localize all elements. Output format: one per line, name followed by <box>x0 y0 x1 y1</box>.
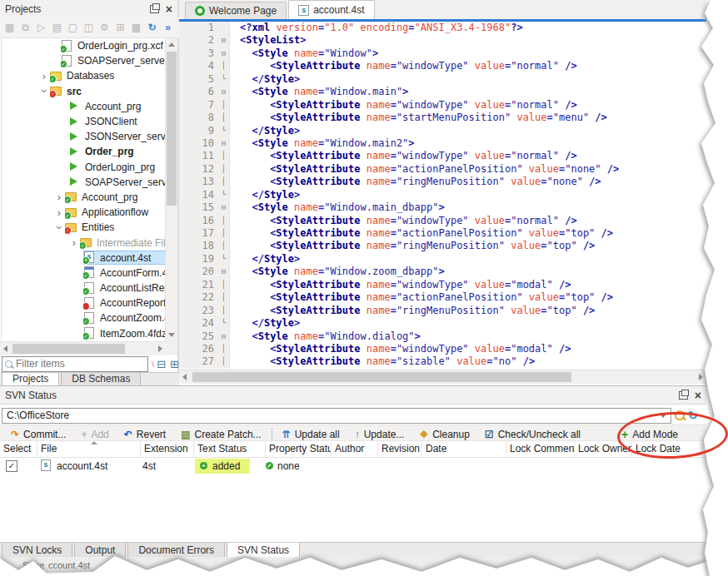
tree-item-jsonclient[interactable]: JSONClient <box>2 114 166 129</box>
column-header-text-status[interactable]: Text Status <box>194 441 266 457</box>
fold-marker-icon[interactable]: ⊟ <box>218 137 230 150</box>
scroll-down-icon[interactable] <box>168 333 175 337</box>
scroll-thumb[interactable] <box>192 372 571 382</box>
revert-icon: ↶ <box>124 430 132 439</box>
tree-item-orderlogin-prg-xcf[interactable]: OrderLogin_prg.xcf <box>2 38 166 53</box>
scroll-right-icon[interactable] <box>699 374 703 380</box>
package-icon[interactable]: ▩ <box>129 22 143 33</box>
code-editor[interactable]: 1<?xml version="1.0" encoding="ANSI_X3.4… <box>179 22 706 370</box>
fold-marker-icon[interactable]: ⊟ <box>218 86 230 98</box>
fold-marker-icon[interactable]: ⊟ <box>218 47 230 60</box>
scroll-right-icon[interactable] <box>158 345 162 352</box>
path-combobox[interactable]: C:\OfficeStore <box>2 408 671 424</box>
column-header-revision[interactable]: Revision <box>378 441 422 457</box>
tree-item-intermediate-files[interactable]: ›Intermediate Files <box>2 235 166 250</box>
tree-item-soapserver-server-xcf[interactable]: SOAPServer_server.xcf <box>2 53 166 68</box>
editor-tab-account-4st[interactable]: account.4st <box>288 0 374 19</box>
tree-item-applicationflow[interactable]: ›Applicationflow <box>2 205 166 220</box>
close-icon[interactable]: × <box>695 390 701 400</box>
filter-box[interactable] <box>2 356 148 372</box>
fold-guide: │ <box>218 163 230 176</box>
editor-horizontal-scrollbar[interactable] <box>179 370 706 384</box>
code-line: 12│ <StyleAttribute name="actionPanelPos… <box>179 163 706 176</box>
folder-icon[interactable]: ▢ <box>66 22 80 33</box>
fold-marker-icon[interactable]: ⊟ <box>218 34 230 47</box>
tree-item-entities[interactable]: ›Entities <box>2 220 166 235</box>
sync-icon[interactable]: ↻ <box>145 22 159 33</box>
new-file-icon[interactable]: ⊞ <box>113 22 127 33</box>
column-header-property-status[interactable]: Property Status <box>266 441 332 457</box>
scroll-thumb[interactable] <box>12 344 125 354</box>
create-patch-icon: ▨ <box>181 430 190 439</box>
fold-marker-icon[interactable]: ⊟ <box>218 330 230 343</box>
filter-input[interactable] <box>16 358 145 370</box>
tree-item-account-prg[interactable]: ›Account_prg <box>2 190 166 205</box>
close-icon[interactable]: × <box>166 4 172 14</box>
float-icon[interactable] <box>150 5 159 13</box>
copy-icon[interactable]: ⧉ <box>18 22 32 33</box>
chevron-expanded-icon[interactable]: › <box>39 86 50 97</box>
check-uncheck-icon: ☑ <box>485 430 494 439</box>
scroll-left-icon[interactable] <box>182 374 187 380</box>
expand-all-icon[interactable]: ⊞ <box>170 359 179 370</box>
overflow-icon[interactable]: » <box>161 22 175 33</box>
tree-item-accountform-4fd[interactable]: AccountForm.4fd <box>2 266 166 281</box>
run-icon[interactable]: ▷ <box>34 22 48 33</box>
column-header-date[interactable]: Date <box>422 441 506 457</box>
fold-marker-icon[interactable]: ⊟ <box>218 266 230 278</box>
column-label: Author <box>335 443 364 454</box>
chevron-collapsed-icon[interactable]: › <box>53 191 65 202</box>
eraser-icon[interactable] <box>152 361 154 367</box>
column-header-extension[interactable]: Extension <box>141 441 194 457</box>
tree-item-jsonserver-server[interactable]: JSONServer_server <box>2 129 166 144</box>
commit-icon: ↷ <box>11 430 19 439</box>
float-icon[interactable] <box>679 391 688 400</box>
tree-item-account-prg[interactable]: Account_prg <box>2 99 166 114</box>
import-icon[interactable]: ◫ <box>82 22 96 33</box>
tree-item-databases[interactable]: ›Databases <box>2 68 166 83</box>
tree-item-order-prg[interactable]: Order_prg <box>2 144 166 159</box>
table-row[interactable]: ✓account.4st4st+added✓none <box>0 457 706 474</box>
tree-horizontal-scrollbar[interactable] <box>0 341 166 355</box>
editor-tab-welcome-page[interactable]: Welcome Page <box>185 2 287 19</box>
tree-item-src[interactable]: ›src <box>2 84 166 99</box>
column-header-lock-comment[interactable]: Lock Comment <box>506 441 575 457</box>
fold-marker-icon[interactable]: ⊟ <box>218 201 230 214</box>
line-number: 9 <box>179 125 218 137</box>
chevron-expanded-icon[interactable]: › <box>54 221 65 233</box>
build-icon[interactable]: ▦ <box>2 22 17 33</box>
scroll-left-icon[interactable] <box>3 345 7 352</box>
column-header-file[interactable]: File <box>37 441 141 457</box>
line-number: 6 <box>179 86 218 98</box>
db-check-icon <box>50 70 62 82</box>
tree-item-soapserver-server[interactable]: SOAPServer_server <box>2 175 166 190</box>
projects-title: Projects <box>5 3 41 15</box>
svn-path-row: C:\OfficeStore ↻ <box>0 405 706 425</box>
row-checkbox[interactable]: ✓ <box>6 460 17 472</box>
filter-row: ⊟ ⊞ <box>0 355 181 372</box>
tab-db-schemas[interactable]: DB Schemas <box>61 373 141 386</box>
column-header-author[interactable]: Author <box>332 441 378 457</box>
chevron-collapsed-icon[interactable]: › <box>68 237 80 248</box>
tree-item-accountreportdata-4rd[interactable]: AccountReportData.4rd <box>2 295 166 310</box>
tree-item-account-4st[interactable]: account.4st <box>2 251 166 266</box>
scroll-up-icon[interactable] <box>168 42 175 47</box>
chevron-collapsed-icon[interactable]: › <box>38 71 50 82</box>
chevron-collapsed-icon[interactable]: › <box>53 207 65 218</box>
tab-projects[interactable]: Projects <box>2 373 59 386</box>
tree-item-accountlistreport-4rp[interactable]: AccountListReport.4rp <box>2 281 166 295</box>
tree-item-orderlogin-prg[interactable]: OrderLogin_prg <box>2 160 166 175</box>
line-number: 26 <box>179 343 218 355</box>
tree-item-label: AccountListReport.4rp <box>100 282 166 294</box>
column-header-select[interactable]: Select <box>0 441 37 457</box>
doc-icon[interactable]: ▤ <box>50 22 64 33</box>
column-label: Date <box>426 443 446 454</box>
tree-item-accountzoom-4fdz[interactable]: AccountZoom.4fdz <box>2 310 166 325</box>
collapse-all-icon[interactable]: ⊟ <box>157 359 166 370</box>
tree-item-itemzoom-4fdz[interactable]: ItemZoom.4fdz <box>2 326 166 341</box>
settings-icon[interactable]: ⚙ <box>97 22 112 33</box>
scroll-thumb[interactable] <box>167 52 177 206</box>
code-text: <StyleAttribute name="windowType" value=… <box>230 60 577 72</box>
button-label: Update... <box>364 429 405 440</box>
tree-vertical-scrollbar[interactable] <box>165 38 177 341</box>
